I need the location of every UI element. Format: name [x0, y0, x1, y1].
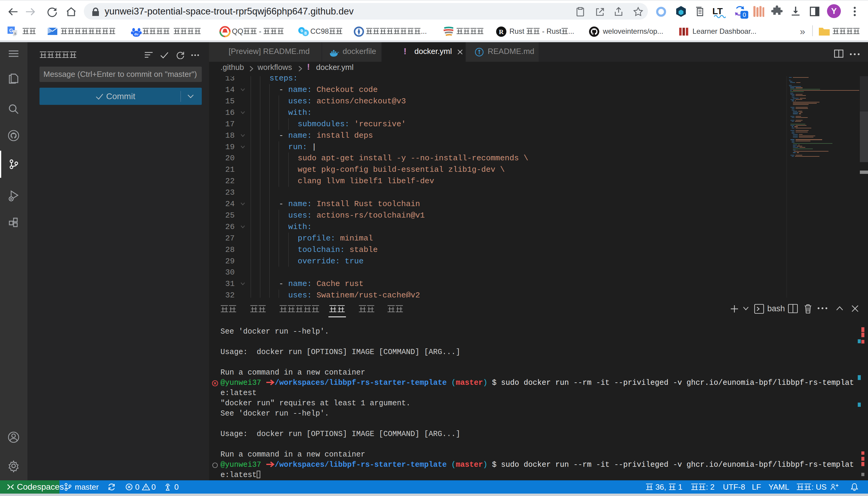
svg-text:G: G [9, 28, 13, 33]
svg-text:R: R [499, 28, 504, 35]
svg-text:du: du [134, 32, 138, 36]
svg-text:8: 8 [304, 30, 307, 35]
svg-text:a: a [14, 31, 16, 35]
svg-text:9: 9 [300, 28, 303, 33]
